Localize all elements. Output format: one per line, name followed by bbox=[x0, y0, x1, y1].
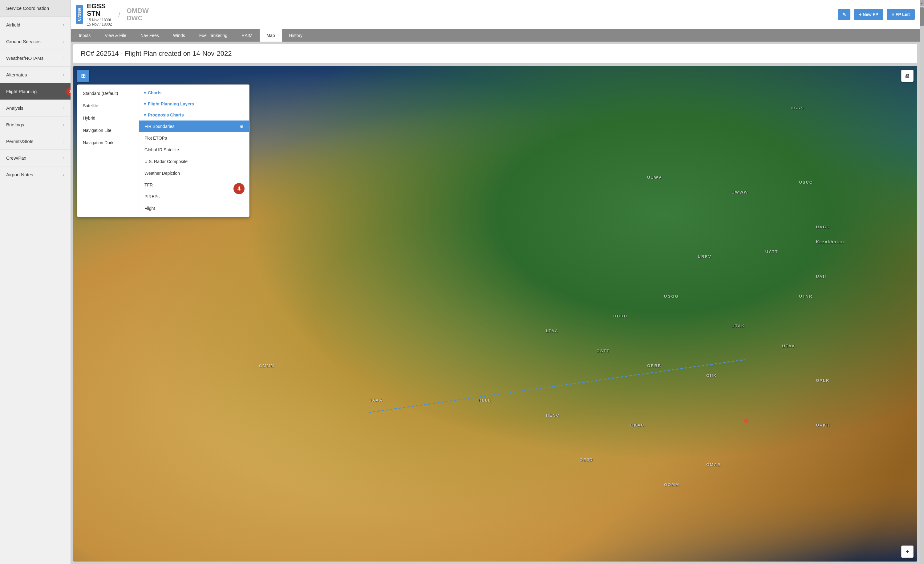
chevron-right-icon: › bbox=[63, 139, 64, 144]
sidebar-item-label: Flight Planning bbox=[6, 89, 37, 94]
sidebar-item-label: Ground Services bbox=[6, 39, 40, 44]
chevron-right-icon: › bbox=[63, 39, 64, 44]
map-label-ltaa: LTAA bbox=[546, 329, 558, 333]
tab-nav-fees[interactable]: Nav Fees bbox=[134, 29, 166, 42]
dest-callsign: OMDW DWC bbox=[127, 7, 149, 22]
layer-item-plot-etops[interactable]: Plot ETOPs bbox=[139, 132, 249, 144]
sidebar-item-briefings[interactable]: Briefings› bbox=[0, 116, 70, 133]
sidebar-item-label: Weather/NOTAMs bbox=[6, 56, 44, 61]
sidebar-item-permits-slots[interactable]: Permits/Slots› bbox=[0, 133, 70, 150]
map-label-ostt: OSTT bbox=[597, 349, 610, 353]
layer-item-tfr[interactable]: TFR bbox=[139, 179, 249, 191]
map-zoom-plus-button[interactable]: + bbox=[901, 546, 914, 558]
chevron-right-icon: › bbox=[63, 156, 64, 160]
section-label: Flight Planning Layers bbox=[148, 101, 194, 106]
new-fp-button[interactable]: + New FP bbox=[854, 9, 884, 20]
tab-bar: InputsView & FileNav FeesWindsFuel Tanke… bbox=[71, 29, 920, 42]
layer-item-us-radar-composite[interactable]: U.S. Radar Composite bbox=[139, 156, 249, 167]
map-label-utav: UTAV bbox=[782, 344, 795, 348]
chevron-down-icon: ▾ bbox=[144, 101, 146, 106]
scroll-thumb[interactable] bbox=[920, 8, 924, 26]
flight-divider: / bbox=[118, 10, 120, 19]
sidebar-badge-flight-planning: 3 bbox=[66, 87, 71, 96]
map-label-uwww: UWWW bbox=[732, 190, 748, 194]
base-layer-navigation-dark[interactable]: Navigation Dark bbox=[77, 137, 139, 149]
sidebar: Service Coordination›Airfield›Ground Ser… bbox=[0, 0, 71, 564]
map-label-orbb: ORBB bbox=[647, 363, 661, 368]
map-label-omae: OMAE bbox=[706, 462, 721, 467]
gear-icon[interactable]: ⚙ bbox=[240, 124, 244, 129]
layer-section-prognosis-charts[interactable]: ▾Prognosis Charts bbox=[139, 110, 249, 120]
tab-raim[interactable]: RAIM bbox=[235, 29, 259, 42]
sidebar-item-label: Permits/Slots bbox=[6, 139, 33, 144]
sidebar-item-label: Alternates bbox=[6, 72, 27, 77]
tab-history[interactable]: History bbox=[282, 29, 309, 42]
map-label-usss: USSS bbox=[790, 106, 804, 110]
tab-winds[interactable]: Winds bbox=[166, 29, 192, 42]
layer-section-flight-planning-layers[interactable]: ▾Flight Planning Layers bbox=[139, 98, 249, 110]
layer-item-flight[interactable]: Flight bbox=[139, 203, 249, 214]
sidebar-item-crew-pax[interactable]: Crew/Pax› bbox=[0, 150, 70, 167]
fp-list-button[interactable]: ≡ FP List bbox=[887, 9, 915, 20]
overlay-layer-list: ▾Charts▾Flight Planning Layers▾Prognosis… bbox=[139, 85, 249, 217]
map-layers-button[interactable]: ⊞ bbox=[77, 70, 89, 82]
edit-button[interactable]: ✎ bbox=[838, 9, 850, 20]
base-layer-hybrid[interactable]: Hybrid bbox=[77, 112, 139, 124]
layer-item-label: FIR Boundaries bbox=[144, 124, 174, 129]
route-end-marker bbox=[744, 418, 748, 423]
flight-origin-info: EGSS STN 15 Nov / 1800L 15 Nov / 1800Z bbox=[87, 3, 112, 27]
sidebar-item-flight-planning[interactable]: Flight Planning3 bbox=[0, 83, 70, 100]
step-4-badge: 4 bbox=[234, 183, 244, 194]
route-line bbox=[369, 359, 745, 413]
map-label-uscc: USCC bbox=[799, 180, 813, 185]
sidebar-item-alternates[interactable]: Alternates› bbox=[0, 66, 70, 83]
header: UVG550 EGSS STN 15 Nov / 1800L 15 Nov / … bbox=[71, 0, 920, 29]
sidebar-item-weather-notams[interactable]: Weather/NOTAMs› bbox=[0, 50, 70, 66]
chevron-down-icon: ▾ bbox=[144, 90, 146, 95]
sidebar-item-ground-services[interactable]: Ground Services› bbox=[0, 33, 70, 50]
sidebar-item-service-coordination[interactable]: Service Coordination› bbox=[0, 0, 70, 17]
layer-dropdown: Standard (Default)SatelliteHybridNavigat… bbox=[77, 84, 249, 217]
base-layer-standard-default[interactable]: Standard (Default) bbox=[77, 87, 139, 99]
map-label-uaii: UAII bbox=[816, 274, 826, 279]
chevron-down-icon: ▾ bbox=[144, 113, 146, 117]
tab-view-and-file[interactable]: View & File bbox=[98, 29, 133, 42]
chevron-right-icon: › bbox=[63, 106, 64, 110]
layers-icon: ⊞ bbox=[81, 72, 86, 79]
tab-inputs[interactable]: Inputs bbox=[72, 29, 98, 42]
sidebar-item-analysis[interactable]: Analysis› bbox=[0, 100, 70, 116]
chevron-right-icon: › bbox=[63, 56, 64, 60]
section-label: Prognosis Charts bbox=[148, 113, 184, 117]
map-label-kazakhstan: Kazakhstan bbox=[816, 239, 844, 244]
flight-dest-info: OMDW DWC bbox=[127, 7, 149, 22]
map-label-utak: UTAK bbox=[732, 323, 745, 328]
map-label-opkr: OPKR bbox=[816, 423, 830, 427]
map-label-uatt: UATT bbox=[765, 249, 778, 254]
scroll-up-arrow[interactable]: ▲ bbox=[920, 0, 924, 6]
map-container[interactable]: USSSUUWVUWWWUSCCUACCUATTURRVUAIIUTNRUGGG… bbox=[73, 66, 917, 561]
base-layer-navigation-lite[interactable]: Navigation Lite bbox=[77, 124, 139, 137]
tab-map[interactable]: Map bbox=[260, 29, 282, 42]
uvg-badge: UVG550 bbox=[76, 5, 83, 24]
map-label-uacc: UACC bbox=[816, 225, 830, 229]
fp-title: RC# 262514 - Flight Plan created on 14-N… bbox=[73, 44, 917, 63]
sidebar-item-label: Briefings bbox=[6, 122, 24, 127]
sidebar-item-label: Airfield bbox=[6, 22, 20, 27]
zoom-plus-icon: + bbox=[906, 549, 909, 555]
chevron-right-icon: › bbox=[63, 73, 64, 77]
layer-item-fir-boundaries[interactable]: FIR Boundaries⚙ bbox=[139, 120, 249, 132]
chevron-right-icon: › bbox=[63, 6, 64, 11]
sidebar-item-airport-notes[interactable]: Airport Notes› bbox=[0, 167, 70, 183]
layer-item-global-ir-satellite[interactable]: Global IR Satellite bbox=[139, 144, 249, 156]
layer-section-charts[interactable]: ▾Charts bbox=[139, 87, 249, 98]
scrollbar[interactable]: ▲ bbox=[920, 0, 924, 564]
layer-item-pireps[interactable]: PIREPs bbox=[139, 191, 249, 203]
base-layer-satellite[interactable]: Satellite bbox=[77, 99, 139, 112]
sidebar-item-airfield[interactable]: Airfield› bbox=[0, 17, 70, 33]
map-label-hlll: HLLL bbox=[478, 398, 491, 403]
map-print-button[interactable]: 🖨 bbox=[901, 70, 914, 82]
map-label-oiix: OIIX bbox=[706, 373, 717, 378]
base-layer-list: Standard (Default)SatelliteHybridNavigat… bbox=[77, 85, 139, 217]
layer-item-weather-depiction[interactable]: Weather Depiction bbox=[139, 167, 249, 179]
tab-fuel-tankering[interactable]: Fuel Tankering bbox=[192, 29, 234, 42]
